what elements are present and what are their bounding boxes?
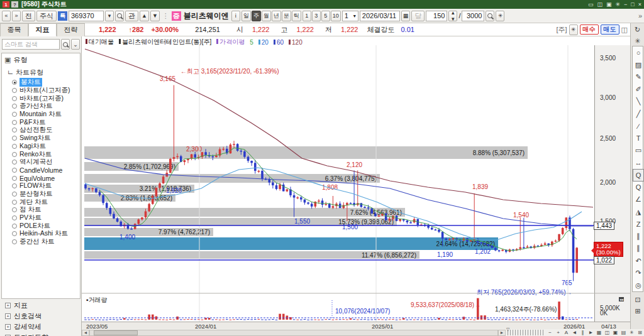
toolbar-overflow-button[interactable]: »: [638, 12, 642, 19]
period-button-월[interactable]: 월: [262, 11, 271, 21]
code-dropdown-button[interactable]: ▾: [105, 11, 114, 21]
help-icon[interactable]: ?: [11, 1, 18, 8]
mini-layout-icon[interactable]: ◫: [621, 26, 628, 34]
period-button-분[interactable]: 분: [282, 11, 291, 21]
stock-search-button[interactable]: [115, 11, 124, 21]
chart-type-item[interactable]: PV차트: [2, 214, 80, 222]
minimize-button[interactable]: −: [624, 1, 627, 8]
chart-type-item[interactable]: FLOW차트: [2, 182, 80, 190]
close-button[interactable]: ×: [638, 1, 641, 8]
calendar-icon[interactable]: ▦: [401, 11, 411, 21]
count-button-1[interactable]: 1: [303, 11, 311, 21]
zoom-select-tool-icon[interactable]: Q: [633, 169, 644, 182]
asset-type-button[interactable]: 주식: [36, 11, 57, 21]
all-button[interactable]: 전: [22, 11, 35, 21]
expand-icon[interactable]: ⊞: [632, 306, 643, 316]
sidebar-search-button[interactable]: [61, 39, 70, 50]
accordion-item-강세약세[interactable]: +강세약세: [0, 322, 81, 332]
accordion-item-지표[interactable]: +지표: [0, 300, 81, 311]
chart-type-item[interactable]: 봉차트: [2, 79, 80, 87]
stock-info-button[interactable]: i: [231, 11, 240, 21]
capture-icon[interactable]: ▣: [606, 1, 612, 8]
chart-type-item[interactable]: 바차트(시고저종): [2, 87, 80, 95]
smart-search-input[interactable]: 스마트 검색: [2, 39, 60, 50]
chart-type-item[interactable]: 중간선 차트: [2, 238, 80, 246]
expand-plus-icon[interactable]: +: [5, 303, 11, 308]
chart-type-item[interactable]: Mountain 차트: [2, 111, 80, 119]
zoom-slider[interactable]: [508, 330, 544, 335]
chart-type-item[interactable]: P&F차트: [2, 118, 80, 126]
pattern-tool-icon[interactable]: ▨: [633, 59, 644, 72]
redo-icon[interactable]: ↷: [633, 267, 644, 279]
sidebar-collapse-button[interactable]: ⌄: [71, 39, 80, 50]
undo-icon[interactable]: ↶: [633, 255, 644, 268]
refresh-icon[interactable]: ↻: [632, 24, 643, 35]
zigzag-tool-icon[interactable]: Z: [633, 218, 644, 230]
chart-type-item[interactable]: CandleVolume: [2, 166, 80, 175]
expand-plus-icon[interactable]: +: [5, 324, 11, 330]
scroll-left-button[interactable]: ◄: [82, 330, 89, 336]
chart-type-item[interactable]: Swing차트: [2, 134, 80, 143]
pen-tool-icon[interactable]: ✎: [633, 71, 644, 84]
panel-view-button[interactable]: ▣: [611, 329, 619, 336]
chart-type-item[interactable]: Heikin-Ashi 차트: [2, 230, 80, 238]
chart-type-item[interactable]: POLE차트: [2, 222, 80, 230]
eraser-tool-icon[interactable]: ▭: [633, 144, 644, 157]
pause-button[interactable]: ∥: [579, 329, 587, 336]
chart-type-item[interactable]: 역시계곡선: [2, 158, 80, 166]
count-button-3[interactable]: 3: [312, 11, 321, 21]
flag-tool-icon[interactable]: ◮: [633, 206, 644, 219]
list-view-button[interactable]: ▤: [619, 329, 628, 336]
accordion-item-신호검색[interactable]: +신호검색: [0, 311, 81, 322]
grid-toggle-button[interactable]: ▦: [595, 329, 603, 336]
split-view-button[interactable]: ◫: [603, 329, 611, 336]
scroll-right-button[interactable]: ►: [498, 330, 506, 336]
period-button-주[interactable]: 주: [252, 11, 261, 21]
expand-plus-icon[interactable]: +: [5, 313, 11, 319]
zoom-in-button[interactable]: +: [554, 329, 562, 336]
scrollbar-thumb[interactable]: [94, 330, 138, 335]
price-volume-chart[interactable]: [82, 36, 630, 329]
maximize-button[interactable]: □: [631, 1, 634, 8]
bars-total-input[interactable]: 3000: [462, 11, 484, 21]
chart-settings-icon[interactable]: ✳: [632, 36, 643, 46]
stock-code-input[interactable]: 369370: [69, 11, 104, 21]
tree-root-label[interactable]: ㄴ 차트유형: [2, 67, 80, 79]
period-button-일[interactable]: 일: [242, 11, 251, 21]
pencil-tool-icon[interactable]: ✐: [633, 84, 644, 96]
bars-tool-icon[interactable]: ∥: [633, 230, 644, 243]
chart-type-item[interactable]: 점 차트: [2, 206, 80, 214]
pane-splitter-icon[interactable]: ◂◂: [619, 297, 624, 301]
category-icon[interactable]: 특: [58, 11, 67, 21]
accordion-item-투자자동향[interactable]: +투자자동향: [0, 332, 81, 336]
count-button-5[interactable]: 5: [321, 11, 330, 21]
zoom-out-button[interactable]: −: [546, 329, 554, 336]
bars-stepper[interactable]: ▴▾: [448, 11, 457, 21]
period-button-년[interactable]: 년: [272, 11, 281, 21]
dock-icon[interactable]: ⊡: [632, 295, 643, 305]
forward-button[interactable]: »: [12, 11, 21, 21]
chart-type-item[interactable]: EquiVolume: [2, 174, 80, 182]
watchlist-button[interactable]: 관: [125, 11, 138, 21]
fullscreen-button[interactable]: ⊞: [636, 329, 644, 336]
text-tool-icon[interactable]: T: [633, 133, 644, 145]
prev-stock-button[interactable]: ▲: [140, 11, 149, 21]
settings-button[interactable]: ✳: [628, 329, 636, 336]
chart-type-item[interactable]: 바차트(고저종): [2, 94, 80, 102]
count-button-10[interactable]: 10: [331, 11, 341, 21]
bars2-tool-icon[interactable]: ∥: [633, 242, 644, 255]
window-settings-icon[interactable]: ✳: [615, 1, 620, 8]
tab-indicators[interactable]: 지표: [28, 23, 57, 36]
chart-type-item[interactable]: 분산형차트: [2, 190, 80, 198]
tab-stocks[interactable]: 종목: [0, 23, 28, 36]
apply-search-button[interactable]: [486, 11, 494, 21]
chart-type-item[interactable]: 종가선차트: [2, 102, 80, 111]
chart-scrollbar[interactable]: [89, 330, 498, 336]
chart-type-item[interactable]: Renko차트: [2, 150, 80, 158]
quote-settings-icon[interactable]: ✳: [569, 24, 578, 35]
zoom-all-tool-icon[interactable]: Q: [633, 182, 644, 194]
period-button-틱[interactable]: 틱: [292, 11, 301, 21]
new-window-icon[interactable]: ▭: [588, 1, 594, 8]
unit-select[interactable]: 1▾: [342, 11, 358, 21]
trendline-tool-icon[interactable]: ╲: [633, 95, 644, 108]
